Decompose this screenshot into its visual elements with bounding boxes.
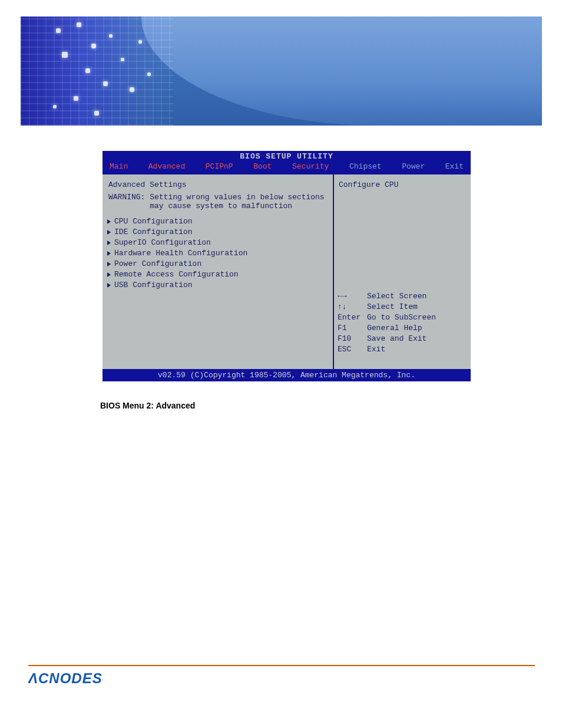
page-header-banner — [21, 17, 542, 126]
bios-item-hardware-health-configuration[interactable]: Hardware Health Configuration — [106, 248, 329, 259]
triangle-right-icon — [107, 262, 111, 266]
bios-tab-advanced[interactable]: Advanced — [145, 162, 189, 171]
bios-right-pane: Configure CPU ←→Select Screen ↑↓Select I… — [334, 174, 471, 369]
footer-divider — [28, 665, 535, 666]
bios-footer: v02.59 (C)Copyright 1985-2005, American … — [103, 369, 471, 381]
bios-help-key: F1 — [338, 323, 367, 334]
triangle-right-icon — [107, 283, 111, 288]
bios-tab-pcipnp[interactable]: PCIPnP — [202, 162, 237, 171]
header-circuit-dots — [21, 17, 174, 126]
bios-item-label: Power Configuration — [114, 259, 201, 269]
bios-help-line: ↑↓Select Item — [338, 302, 467, 312]
bios-item-label: IDE Configuration — [114, 227, 193, 238]
bios-item-power-configuration[interactable]: Power Configuration — [106, 259, 329, 269]
bios-help-key: ↑↓ — [338, 302, 367, 312]
bios-section-heading: Advanced Settings — [108, 180, 329, 189]
brand-logo-text: ΛCNODES — [28, 670, 103, 686]
bios-help-line: F10Save and Exit — [338, 334, 467, 344]
bios-item-label: Hardware Health Configuration — [114, 248, 247, 259]
bios-help-key: F10 — [338, 334, 367, 344]
bios-tab-security[interactable]: Security — [289, 162, 332, 171]
triangle-right-icon — [107, 272, 111, 277]
bios-item-usb-configuration[interactable]: USB Configuration — [106, 280, 329, 291]
bios-tab-power[interactable]: Power — [398, 162, 428, 171]
bios-item-label: SuperIO Configuration — [114, 238, 211, 248]
bios-help-key: Enter — [338, 312, 367, 323]
bios-help-desc: Go to SubScreen — [367, 313, 436, 322]
bios-item-superio-configuration[interactable]: SuperIO Configuration — [106, 238, 329, 248]
brand-logo: ΛCNODES — [28, 670, 134, 687]
bios-help-line: ←→Select Screen — [338, 291, 467, 302]
bios-help-line: ESCExit — [338, 344, 467, 355]
figure-caption: BIOS Menu 2: Advanced — [100, 401, 195, 410]
bios-help-line: EnterGo to SubScreen — [338, 312, 467, 323]
triangle-right-icon — [107, 251, 111, 256]
bios-item-ide-configuration[interactable]: IDE Configuration — [106, 227, 329, 238]
header-arch — [141, 17, 542, 126]
bios-help-desc: Select Item — [367, 302, 418, 311]
bios-body: Advanced Settings WARNING: Setting wrong… — [103, 173, 471, 369]
bios-help-block: ←→Select Screen ↑↓Select Item EnterGo to… — [338, 291, 467, 355]
bios-warning-line2: may cause system to malfunction — [108, 202, 292, 210]
bios-item-help: Configure CPU — [339, 180, 467, 189]
bios-title: BIOS SETUP UTILITY — [103, 151, 471, 162]
bios-item-label: USB Configuration — [114, 280, 193, 291]
triangle-right-icon — [107, 230, 111, 235]
bios-item-cpu-configuration[interactable]: CPU Configuration — [106, 216, 329, 227]
bios-screenshot: BIOS SETUP UTILITY Main Advanced PCIPnP … — [103, 151, 471, 381]
bios-help-desc: Exit — [367, 345, 385, 354]
bios-help-desc: General Help — [367, 324, 422, 332]
bios-tab-bar: Main Advanced PCIPnP Boot Security Chips… — [103, 162, 471, 173]
bios-tab-main[interactable]: Main — [106, 162, 131, 171]
bios-help-line: F1General Help — [338, 323, 467, 334]
bios-tab-boot[interactable]: Boot — [250, 162, 275, 171]
bios-left-pane: Advanced Settings WARNING: Setting wrong… — [103, 174, 334, 369]
bios-warning: WARNING: Setting wrong values in below s… — [108, 193, 329, 210]
bios-help-desc: Save and Exit — [367, 334, 427, 343]
bios-help-key: ←→ — [338, 291, 367, 302]
bios-item-label: CPU Configuration — [114, 216, 193, 227]
bios-tab-chipset[interactable]: Chipset — [346, 162, 385, 171]
bios-help-desc: Select Screen — [367, 292, 427, 301]
triangle-right-icon — [107, 219, 111, 224]
bios-item-remote-access-configuration[interactable]: Remote Access Configuration — [106, 269, 329, 280]
bios-tab-exit[interactable]: Exit — [442, 162, 467, 171]
bios-warning-line1: WARNING: Setting wrong values in below s… — [108, 193, 325, 202]
triangle-right-icon — [107, 241, 111, 245]
bios-help-key: ESC — [338, 344, 367, 355]
bios-item-label: Remote Access Configuration — [114, 269, 239, 280]
